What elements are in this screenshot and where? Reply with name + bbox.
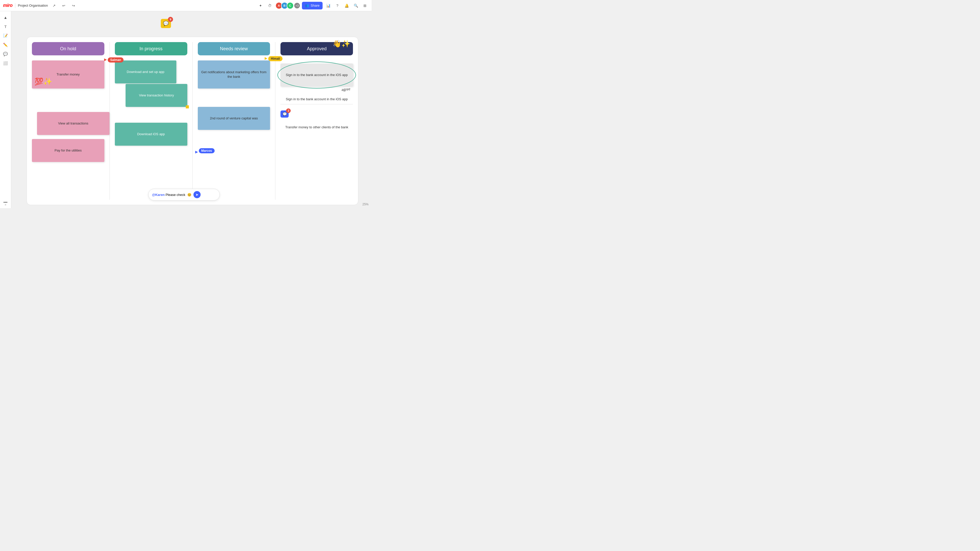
marcos-cursor-area: ▶ Marcos <box>195 150 198 154</box>
hundred-emoji: 💯✨ <box>35 76 52 86</box>
transfer-money-sticky[interactable]: Transfer money 💯✨ <box>32 60 104 89</box>
cursor-tool[interactable]: ▲ <box>2 13 10 21</box>
download-ios-text: Download iOS app <box>137 132 165 137</box>
apps-icon[interactable]: ⊞ <box>361 2 369 9</box>
small-chat-wrapper: 💬 3 <box>280 110 353 118</box>
share-button[interactable]: 👥 Share <box>302 2 323 10</box>
note-tool[interactable]: 📝 <box>2 32 10 40</box>
notifications-text: Get notifications about marketing offers… <box>201 70 267 79</box>
signin-text-1: Sign in to the bank account in the iOS a… <box>286 73 348 77</box>
col-inprogress-header: In progress <box>115 42 187 56</box>
share-icon-people: 👥 <box>305 3 309 7</box>
comment-tool[interactable]: 💬 <box>2 50 10 58</box>
avatar-3: C <box>286 2 294 9</box>
board-frame: On hold ▶ Salman Transfer money 💯✨ View … <box>27 37 358 205</box>
frame-tool[interactable]: ⬜ <box>2 59 10 67</box>
signin-text-wrapper: Sign in to the bank account in the iOS a… <box>280 97 353 104</box>
text-tool[interactable]: T <box>2 22 10 30</box>
signin-sticky-highlighted[interactable]: Sign in to the bank account in the iOS a… <box>280 64 353 86</box>
avatar-count: +3 <box>294 3 300 8</box>
small-chat-badge: 3 <box>286 108 291 113</box>
col-onhold-header: On hold <box>32 42 104 56</box>
pay-utilities-sticky[interactable]: Pay for the utilities <box>32 139 104 162</box>
col-inprogress: In progress Download and set up app View… <box>115 42 187 200</box>
magic-icon[interactable]: ✦ <box>257 2 264 9</box>
himali-cursor-area: ▶ Himali <box>265 56 267 60</box>
agree-handwriting: agree <box>342 87 350 92</box>
download-setup-text: Download and set up app <box>127 70 164 74</box>
topbar-right: ✦ ⏱ A B C +3 👥 Share 📊 ? 🔔 🔍 ⊞ <box>257 2 369 10</box>
view-transactions-text: View all transactions <box>58 121 88 126</box>
col-approved: Approved 👋✨ Sign in to the bank account … <box>280 42 353 200</box>
col-review-header: Needs review <box>198 42 270 56</box>
pay-utilities-text: Pay for the utilities <box>55 148 82 153</box>
pen-tool[interactable]: ✏️ <box>2 41 10 49</box>
transfer-money-text: Transfer money <box>57 72 80 77</box>
small-chat-icon[interactable]: 💬 3 <box>280 110 289 118</box>
view-transaction-wrapper: View transaction history <box>126 84 187 107</box>
send-button[interactable]: ➤ <box>193 191 200 198</box>
left-sidebar: ▲ T 📝 ✏️ 💬 ⬜ ••• » <box>0 11 11 208</box>
view-transactions-sticky[interactable]: View all transactions <box>37 112 110 135</box>
download-setup-sticky[interactable]: Download and set up app <box>115 60 177 83</box>
pay-utilities-sticky-wrapper: Pay for the utilities <box>32 139 104 162</box>
share-label: Share <box>310 3 320 7</box>
download-ios-wrapper: Download iOS app <box>115 123 187 146</box>
help-icon[interactable]: ? <box>334 2 341 9</box>
venture-capital-wrapper: 2nd round of venture capital was <box>198 107 270 130</box>
chat-bubble-icon[interactable]: 💬 9 <box>161 19 171 28</box>
signin-oval-wrapper: Sign in to the bank account in the iOS a… <box>280 64 353 86</box>
miro-logo: miro <box>3 3 13 8</box>
transfer-other-clients-text: Transfer money to other clients of the b… <box>280 125 353 130</box>
sidebar-collapse[interactable]: » <box>0 203 11 206</box>
comment-body: Please check <box>165 193 185 197</box>
view-transaction-sticky[interactable]: View transaction history <box>126 84 187 107</box>
chat-notification[interactable]: 💬 9 <box>161 19 171 28</box>
signin-text-2: Sign in to the bank account in the iOS a… <box>280 97 353 101</box>
marcos-label: Marcos <box>199 148 215 153</box>
col-onhold: On hold ▶ Salman Transfer money 💯✨ View … <box>32 42 104 200</box>
salman-label: Salman <box>108 57 124 62</box>
comment-text: @Karen Please check <box>152 193 185 197</box>
yellow-dot <box>186 105 189 108</box>
wave-emoji: 👋✨ <box>332 40 350 48</box>
divider-3 <box>275 42 275 200</box>
download-ios-sticky[interactable]: Download iOS app <box>115 123 187 146</box>
view-transaction-text: View transaction history <box>139 93 174 98</box>
chat-badge: 9 <box>168 17 173 22</box>
chart-icon[interactable]: 📊 <box>325 2 332 9</box>
canvas[interactable]: 💬 9 On hold ▶ Salman Transfer money 💯✨ V… <box>11 11 372 208</box>
transfer-money-sticky-wrapper: Transfer money 💯✨ <box>32 60 104 89</box>
comment-input-box[interactable]: @Karen Please check 😊 ➤ <box>148 189 220 200</box>
undo-icon[interactable]: ↩ <box>60 2 67 9</box>
himali-label: Himali <box>268 56 283 61</box>
search-icon[interactable]: 🔍 <box>352 2 360 9</box>
zoom-level: 25% <box>363 203 369 206</box>
download-setup-wrapper: Download and set up app <box>115 60 177 83</box>
project-name[interactable]: Project Organisation <box>18 3 48 7</box>
venture-capital-sticky[interactable]: 2nd round of venture capital was <box>198 107 270 130</box>
venture-capital-text: 2nd round of venture capital was <box>210 116 258 121</box>
timer-icon[interactable]: ⏱ <box>266 2 273 9</box>
emoji-button[interactable]: 😊 <box>187 193 191 197</box>
transfer-other-clients-wrapper: Transfer money to other clients of the b… <box>280 125 353 130</box>
avatar-group: A B C +3 <box>275 2 300 9</box>
col-review: Needs review ▶ Himali Get notifications … <box>198 42 270 200</box>
salman-cursor-area: ▶ Salman <box>104 57 107 62</box>
notifications-sticky-wrapper: Get notifications about marketing offers… <box>198 60 270 89</box>
comment-mention: @Karen <box>152 193 165 197</box>
notification-icon[interactable]: 🔔 <box>343 2 350 9</box>
notifications-sticky[interactable]: Get notifications about marketing offers… <box>198 60 270 89</box>
view-transactions-sticky-wrapper: View all transactions <box>32 112 104 135</box>
redo-icon[interactable]: ↪ <box>70 2 77 9</box>
share-icon[interactable]: ↗ <box>51 2 58 9</box>
topbar: miro Project Organisation ↗ ↩ ↪ ✦ ⏱ A B … <box>0 0 372 11</box>
